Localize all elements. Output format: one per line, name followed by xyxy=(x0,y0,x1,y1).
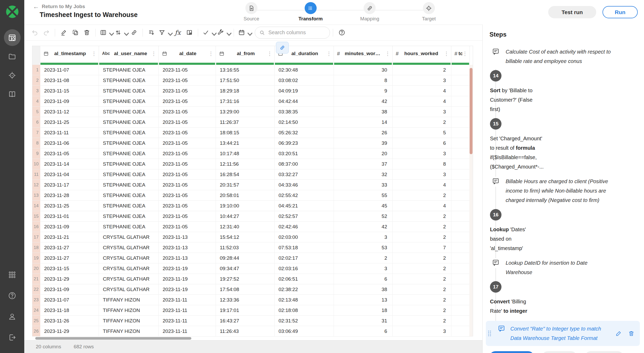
table-cell[interactable]: TIFFANY HIZON xyxy=(99,326,159,336)
column-header-al_user_name[interactable]: Abc al_user_name ⋮ xyxy=(99,46,159,65)
table-cell[interactable] xyxy=(451,242,470,253)
table-cell[interactable] xyxy=(451,222,470,232)
stepper-transform[interactable]: Transform xyxy=(288,2,333,22)
date-button[interactable] xyxy=(237,27,252,39)
test-run-button[interactable]: Test run xyxy=(548,6,596,18)
table-cell[interactable]: 3 xyxy=(393,326,451,336)
table-cell[interactable]: 18 xyxy=(334,305,393,315)
table-cell[interactable]: STEPHANIE OJEA xyxy=(99,148,159,159)
table-cell[interactable]: 04:33:46 xyxy=(275,180,334,190)
table-cell[interactable]: 2023-11-27 xyxy=(40,242,99,253)
table-cell[interactable]: CRYSTAL GLATHAR xyxy=(99,242,159,253)
column-header-tot[interactable]: # tot… ⋮ xyxy=(451,46,470,65)
table-cell[interactable]: 38 xyxy=(334,107,393,117)
table-cell[interactable]: 26 xyxy=(334,128,393,138)
table-row[interactable]: 22023-11-08STEPHANIE OJEA2023-11-0517:51… xyxy=(32,75,473,86)
table-cell[interactable]: 2023-11-28 xyxy=(40,190,99,200)
tools-button[interactable] xyxy=(216,27,231,39)
table-cell[interactable] xyxy=(451,148,470,159)
table-cell[interactable]: 2023-11-05 xyxy=(159,159,216,169)
table-row[interactable]: 172023-11-21CRYSTAL GLATHAR2023-11-1315:… xyxy=(32,232,473,242)
table-cell[interactable]: 2023-11-19 xyxy=(159,274,216,284)
table-cell[interactable]: 18:08:15 xyxy=(216,128,275,138)
table-cell[interactable]: 02:30:48 xyxy=(275,65,334,75)
table-cell[interactable]: 2023-11-05 xyxy=(40,148,99,159)
table-cell[interactable]: 3 xyxy=(334,232,393,242)
sidebar-item-apps-grid[interactable] xyxy=(4,266,21,283)
table-cell[interactable]: 3 xyxy=(393,148,451,159)
back-link[interactable]: ← Return to My Jobs xyxy=(33,3,85,10)
table-row[interactable]: 32023-11-15STEPHANIE OJEA2023-11-0518:29… xyxy=(32,86,473,96)
table-cell[interactable]: 2 xyxy=(393,222,451,232)
column-menu-icon[interactable]: ⋮ xyxy=(462,51,468,56)
table-cell[interactable]: STEPHANIE OJEA xyxy=(99,169,159,180)
table-cell[interactable]: 4 xyxy=(393,96,451,106)
table-cell[interactable]: 4 xyxy=(393,201,451,211)
table-cell[interactable]: 19:27:52 xyxy=(216,274,275,284)
table-cell[interactable]: 09:28:44 xyxy=(216,253,275,263)
table-row[interactable]: 82023-11-06STEPHANIE OJEA2023-11-0513:44… xyxy=(32,138,473,148)
table-cell[interactable]: 4 xyxy=(393,86,451,96)
table-cell[interactable]: 06:39:23 xyxy=(275,138,334,148)
table-cell[interactable]: 37 xyxy=(334,159,393,169)
table-cell[interactable]: 33 xyxy=(334,180,393,190)
table-cell[interactable]: STEPHANIE OJEA xyxy=(99,211,159,221)
link-button[interactable] xyxy=(128,27,140,39)
table-cell[interactable]: 2 xyxy=(393,232,451,242)
table-cell[interactable]: 2023-11-05 xyxy=(159,65,216,75)
table-cell[interactable]: 10:44:27 xyxy=(216,211,275,221)
horizontal-scrollbar[interactable] xyxy=(32,337,473,340)
table-cell[interactable]: 2023-11-05 xyxy=(159,180,216,190)
table-cell[interactable]: 32 xyxy=(334,169,393,180)
column-header-hours_worked[interactable]: # hours_worked ⋮ xyxy=(393,46,451,65)
add-note-button[interactable]: Add note xyxy=(542,351,577,353)
table-row[interactable]: 62023-11-25STEPHANIE OJEA2023-11-0511:26… xyxy=(32,117,473,128)
table-cell[interactable]: 2023-11-05 xyxy=(159,107,216,117)
column-menu-icon[interactable]: ⋮ xyxy=(151,51,156,56)
table-cell[interactable]: 38 xyxy=(334,284,393,294)
table-cell[interactable] xyxy=(451,305,470,315)
table-row[interactable]: 102023-11-14STEPHANIE OJEA2023-11-0512:1… xyxy=(32,159,473,169)
table-cell[interactable]: 2 xyxy=(393,65,451,75)
table-cell[interactable]: 2023-11-15 xyxy=(40,86,99,96)
table-cell[interactable]: TIFFANY HIZON xyxy=(99,295,159,305)
table-cell[interactable]: 02:03:00 xyxy=(275,232,334,242)
table-row[interactable]: 242023-11-18TIFFANY HIZON2023-11-1119:17… xyxy=(32,305,473,316)
formula-button[interactable]: ƒx xyxy=(172,27,184,39)
delete-note-button[interactable] xyxy=(628,330,635,337)
table-row[interactable]: 232023-11-07TIFFANY HIZON2023-11-1112:33… xyxy=(32,295,473,305)
app-logo-clover-icon[interactable] xyxy=(5,4,20,19)
table-cell[interactable] xyxy=(451,159,470,169)
table-row[interactable]: 52023-11-12STEPHANIE OJEA2023-11-0513:29… xyxy=(32,107,473,117)
table-cell[interactable]: 17:31:16 xyxy=(216,96,275,106)
delete-button[interactable] xyxy=(81,27,92,39)
table-cell[interactable]: 2023-11-13 xyxy=(159,253,216,263)
table-cell[interactable] xyxy=(451,107,470,117)
table-cell[interactable]: 2023-11-29 xyxy=(40,274,99,284)
run-button[interactable]: Run xyxy=(602,6,638,18)
table-cell[interactable]: STEPHANIE OJEA xyxy=(99,190,159,200)
table-cell[interactable]: 02:14:50 xyxy=(275,117,334,127)
table-cell[interactable] xyxy=(451,253,470,263)
recipe-step-15[interactable]: 15 Set 'Charged_Amount' to result of for… xyxy=(490,119,534,171)
table-row[interactable]: 42023-11-09STEPHANIE OJEA2023-11-0517:31… xyxy=(32,96,473,107)
table-cell[interactable]: 42 xyxy=(334,222,393,232)
table-cell[interactable]: 2023-11-05 xyxy=(159,96,216,106)
table-cell[interactable]: CRYSTAL GLATHAR xyxy=(99,232,159,242)
table-cell[interactable]: 2 xyxy=(393,284,451,294)
table-cell[interactable]: 2023-11-21 xyxy=(40,232,99,242)
table-row[interactable]: 112023-11-04STEPHANIE OJEA2023-11-0516:2… xyxy=(32,169,473,180)
table-cell[interactable]: 02:31:52 xyxy=(275,316,334,326)
table-row[interactable]: 222023-11-09CRYSTAL GLATHAR2023-11-1917:… xyxy=(32,284,473,295)
table-cell[interactable]: 03:38:35 xyxy=(275,107,334,117)
table-cell[interactable]: 2 xyxy=(334,253,393,263)
table-cell[interactable]: 2023-11-13 xyxy=(159,242,216,253)
table-cell[interactable]: 2023-11-11 xyxy=(159,326,216,336)
table-cell[interactable]: 2023-11-07 xyxy=(40,65,99,75)
table-cell[interactable]: 17:51:50 xyxy=(216,75,275,85)
table-cell[interactable]: 2 xyxy=(393,295,451,305)
table-cell[interactable]: 2023-11-08 xyxy=(40,75,99,85)
table-cell[interactable]: 02:03:16 xyxy=(275,263,334,274)
table-cell[interactable] xyxy=(451,96,470,106)
table-cell[interactable]: 7 xyxy=(393,242,451,253)
